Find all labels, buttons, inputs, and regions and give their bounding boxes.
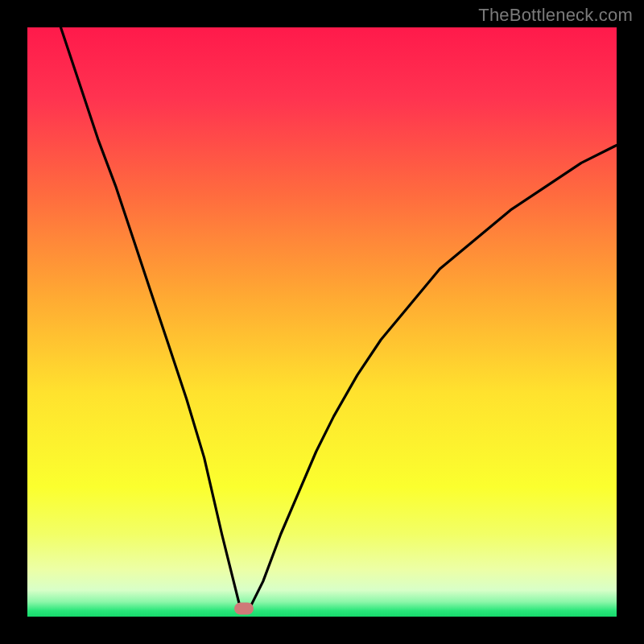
watermark-label: TheBottleneck.com <box>478 5 633 26</box>
bottleneck-curve <box>27 27 617 617</box>
optimal-point-marker <box>234 603 254 615</box>
plot-area <box>27 27 617 617</box>
chart-frame: TheBottleneck.com <box>0 0 644 644</box>
